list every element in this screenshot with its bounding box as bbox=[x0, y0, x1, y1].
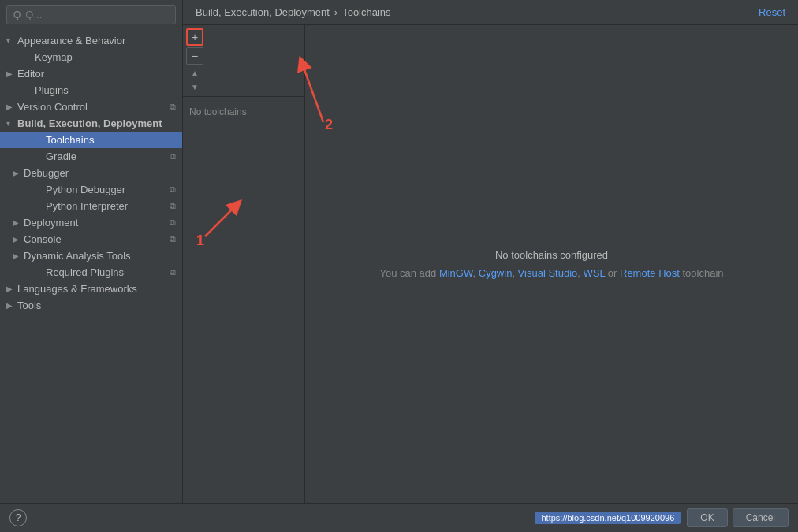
sidebar-item-label: Gradle bbox=[46, 151, 166, 162]
sidebar-item-label: Appearance & Behavior bbox=[17, 35, 176, 47]
reset-button[interactable]: Reset bbox=[759, 6, 785, 18]
ok-cancel-buttons: OK Cancel bbox=[687, 508, 789, 527]
sidebar-item-label: Python Interpreter bbox=[46, 200, 166, 212]
sidebar-item-label: Languages & Frameworks bbox=[17, 283, 176, 295]
sidebar-item-keymap[interactable]: Keymap bbox=[0, 49, 182, 65]
link-mingw[interactable]: MinGW bbox=[439, 267, 473, 279]
sidebar-item-toolchains[interactable]: Toolchains bbox=[0, 132, 182, 148]
toolchains-info-panel: No toolchains configured You can add Min… bbox=[305, 25, 798, 503]
copy-icon-gradle: ⧉ bbox=[170, 151, 176, 162]
bottom-right: https://blog.csdn.net/q1009920096 OK Can… bbox=[535, 508, 789, 527]
search-box[interactable]: Q bbox=[6, 5, 176, 24]
search-input[interactable] bbox=[25, 9, 169, 20]
sidebar-item-dynamic-analysis[interactable]: ▶ Dynamic Analysis Tools bbox=[0, 247, 182, 264]
sidebar-item-label: Python Debugger bbox=[46, 184, 166, 195]
sidebar: Q ▾ Appearance & Behavior Keymap ▶ Edito… bbox=[0, 0, 183, 503]
sidebar-item-editor[interactable]: ▶ Editor bbox=[0, 65, 182, 82]
sidebar-item-label: Console bbox=[24, 233, 166, 245]
main-panel: Build, Execution, Deployment › Toolchain… bbox=[183, 0, 798, 503]
sidebar-item-label: Tools bbox=[17, 299, 176, 311]
help-button[interactable]: ? bbox=[9, 509, 27, 526]
sidebar-item-label: Plugins bbox=[35, 84, 176, 96]
add-toolchain-button[interactable]: + bbox=[186, 28, 203, 46]
toolchains-toolbar: + − ▲ ▼ bbox=[183, 25, 304, 97]
expand-arrow-deploy: ▶ bbox=[13, 218, 24, 227]
copy-icon-req-plug: ⧉ bbox=[170, 267, 176, 277]
sidebar-item-gradle[interactable]: Gradle ⧉ bbox=[0, 148, 182, 165]
sidebar-item-label: Required Plugins bbox=[46, 266, 166, 278]
sidebar-item-build-exec[interactable]: ▾ Build, Execution, Deployment bbox=[0, 115, 182, 132]
sidebar-item-python-interpreter[interactable]: Python Interpreter ⧉ bbox=[0, 198, 182, 214]
sidebar-item-version-control[interactable]: ▶ Version Control ⧉ bbox=[0, 99, 182, 115]
sidebar-item-label: Build, Execution, Deployment bbox=[17, 117, 176, 129]
sidebar-item-label: Deployment bbox=[24, 217, 166, 229]
expand-arrow-debugger: ▶ bbox=[13, 169, 24, 177]
expand-arrow-editor: ▶ bbox=[6, 69, 17, 78]
expand-arrow-tools: ▶ bbox=[6, 301, 17, 310]
sidebar-item-python-debugger[interactable]: Python Debugger ⧉ bbox=[0, 181, 182, 198]
sidebar-item-plugins[interactable]: Plugins bbox=[0, 82, 182, 99]
link-cygwin[interactable]: Cygwin bbox=[479, 267, 513, 279]
expand-arrow-appearance: ▾ bbox=[6, 36, 17, 45]
sidebar-item-label: Debugger bbox=[24, 167, 176, 179]
expand-arrow-dynamic: ▶ bbox=[13, 251, 24, 260]
toolchains-empty-label: No toolchains bbox=[183, 97, 304, 127]
sidebar-item-label: Editor bbox=[17, 68, 176, 80]
sidebar-item-required-plugins[interactable]: Required Plugins ⧉ bbox=[0, 264, 182, 281]
breadcrumb-bar: Build, Execution, Deployment › Toolchain… bbox=[183, 0, 798, 25]
cancel-button[interactable]: Cancel bbox=[733, 508, 789, 527]
move-up-button[interactable]: ▲ bbox=[186, 66, 203, 79]
sidebar-item-console[interactable]: ▶ Console ⧉ bbox=[0, 231, 182, 247]
copy-icon-py-int: ⧉ bbox=[170, 201, 176, 211]
breadcrumb: Build, Execution, Deployment › Toolchain… bbox=[196, 6, 391, 18]
sidebar-item-label: Keymap bbox=[35, 51, 176, 63]
sidebar-tree: ▾ Appearance & Behavior Keymap ▶ Editor … bbox=[0, 29, 182, 503]
sidebar-item-debugger[interactable]: ▶ Debugger bbox=[0, 165, 182, 181]
panel-content: + − ▲ ▼ No toolchains No toolchains conf… bbox=[183, 25, 798, 503]
sidebar-item-tools[interactable]: ▶ Tools bbox=[0, 297, 182, 314]
sidebar-item-label: Dynamic Analysis Tools bbox=[24, 250, 176, 262]
link-remote-host[interactable]: Remote Host bbox=[620, 267, 680, 279]
expand-arrow-console: ▶ bbox=[13, 235, 24, 244]
copy-icon-console: ⧉ bbox=[170, 234, 176, 244]
no-toolchains-desc: You can add MinGW, Cygwin, Visual Studio… bbox=[379, 267, 723, 279]
settings-dialog: Q ▾ Appearance & Behavior Keymap ▶ Edito… bbox=[0, 0, 798, 532]
expand-arrow-vc: ▶ bbox=[6, 102, 17, 111]
link-visual-studio[interactable]: Visual Studio bbox=[518, 267, 578, 279]
expand-arrow-build: ▾ bbox=[6, 119, 17, 128]
link-wsl[interactable]: WSL bbox=[584, 267, 606, 279]
sidebar-item-deployment[interactable]: ▶ Deployment ⧉ bbox=[0, 214, 182, 231]
breadcrumb-parent: Build, Execution, Deployment bbox=[196, 6, 330, 18]
breadcrumb-current: Toolchains bbox=[342, 6, 390, 18]
bottom-bar: ? https://blog.csdn.net/q1009920096 OK C… bbox=[0, 503, 798, 532]
expand-arrow-lang: ▶ bbox=[6, 285, 17, 293]
search-icon: Q bbox=[13, 9, 21, 20]
no-toolchains-title: No toolchains configured bbox=[495, 249, 608, 261]
copy-icon-deploy: ⧉ bbox=[170, 218, 176, 228]
remove-toolchain-button[interactable]: − bbox=[186, 47, 203, 65]
copy-icon: ⧉ bbox=[170, 102, 176, 112]
ok-button[interactable]: OK bbox=[687, 508, 727, 527]
url-label: https://blog.csdn.net/q1009920096 bbox=[535, 512, 681, 524]
sidebar-item-appearance[interactable]: ▾ Appearance & Behavior bbox=[0, 32, 182, 49]
toolchains-list-panel: + − ▲ ▼ No toolchains bbox=[183, 25, 305, 503]
sidebar-item-languages[interactable]: ▶ Languages & Frameworks bbox=[0, 281, 182, 297]
sidebar-item-label: Version Control bbox=[17, 101, 166, 113]
copy-icon-py-dbg: ⧉ bbox=[170, 184, 176, 195]
sidebar-item-label: Toolchains bbox=[46, 134, 176, 146]
breadcrumb-separator: › bbox=[334, 6, 337, 18]
move-down-button[interactable]: ▼ bbox=[186, 80, 203, 93]
